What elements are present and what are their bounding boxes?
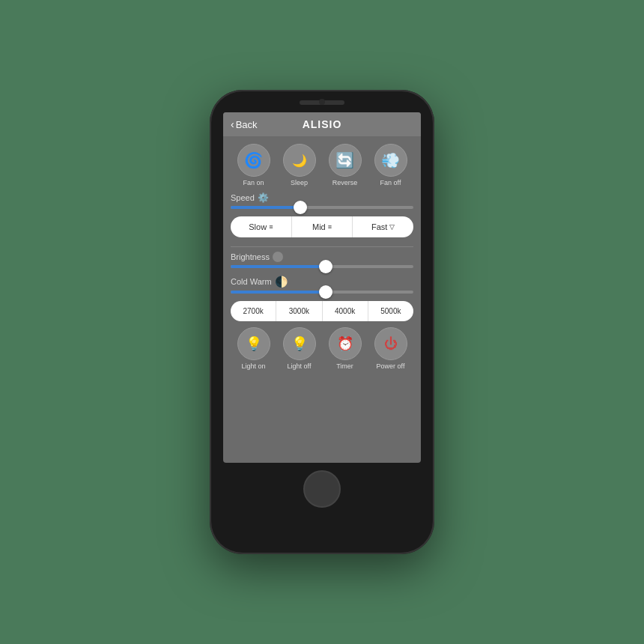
cold-warm-text: Cold Warm <box>231 277 272 286</box>
brightness-text: Brightness <box>231 252 270 261</box>
action-row: 💡 Light on 💡 Light off ⏰ Timer <box>231 327 413 370</box>
fan-on-circle: 🌀 <box>237 144 270 177</box>
phone-camera <box>319 99 325 105</box>
sleep-label: Sleep <box>291 179 308 186</box>
fan-controls-row: 🌀 Fan on 🌙 Sleep 🔄 Reverse <box>231 144 413 186</box>
brightness-slider-fill <box>231 265 326 268</box>
timer-button[interactable]: ⏰ Timer <box>329 327 362 370</box>
speed-label: Speed ⚙️ <box>231 192 413 203</box>
phone-screen: ‹ Back ALISIO 🌀 Fan on 🌙 Sleep <box>223 112 421 463</box>
page-title: ALISIO <box>303 118 342 130</box>
light-on-button[interactable]: 💡 Light on <box>237 327 270 370</box>
cold-warm-slider-fill <box>231 291 326 294</box>
speed-buttons-group: Slow ≡ Mid ≡ Fast ▽ <box>231 216 413 237</box>
speed-slider-track[interactable] <box>231 206 413 209</box>
reverse-icon: 🔄 <box>335 151 354 169</box>
cold-warm-slider-thumb[interactable] <box>319 285 332 299</box>
light-on-icon: 💡 <box>246 335 262 352</box>
fan-off-label: Fan off <box>380 179 401 186</box>
speed-fast-button[interactable]: Fast ▽ <box>353 216 413 237</box>
sleep-circle: 🌙 <box>283 144 316 177</box>
speed-slider-container: Speed ⚙️ <box>231 192 413 209</box>
home-button[interactable] <box>303 470 341 508</box>
temp-2700k-label: 2700k <box>243 307 264 315</box>
temp-2700k-button[interactable]: 2700k <box>231 301 276 321</box>
brightness-icon <box>273 252 283 262</box>
fan-off-circle: 💨 <box>374 144 407 177</box>
power-off-button[interactable]: ⏻ Power off <box>374 327 407 370</box>
brightness-slider-container: Brightness <box>231 252 413 268</box>
temp-5000k-button[interactable]: 5000k <box>368 301 413 321</box>
light-on-label: Light on <box>241 362 265 370</box>
reverse-circle: 🔄 <box>329 144 362 177</box>
speed-slow-label: Slow <box>249 222 267 231</box>
light-off-icon: 💡 <box>291 335 308 352</box>
reverse-button[interactable]: 🔄 Reverse <box>329 144 362 186</box>
power-off-label: Power off <box>377 362 405 370</box>
light-on-circle: 💡 <box>237 327 270 360</box>
speed-mid-button[interactable]: Mid ≡ <box>292 216 353 237</box>
fan-on-icon: 🌀 <box>244 151 263 169</box>
speed-slow-button[interactable]: Slow ≡ <box>231 216 292 237</box>
screen-body: 🌀 Fan on 🌙 Sleep 🔄 Reverse <box>223 136 421 460</box>
reverse-label: Reverse <box>332 179 358 186</box>
speed-slider-thumb[interactable] <box>294 201 307 214</box>
screen-header: ‹ Back ALISIO <box>223 112 421 136</box>
slow-filter-icon: ≡ <box>269 223 273 231</box>
speed-text: Speed <box>231 193 255 202</box>
fan-on-label: Fan on <box>243 179 264 186</box>
speed-mid-label: Mid <box>312 222 326 231</box>
timer-label: Timer <box>336 362 353 370</box>
fan-off-icon: 💨 <box>381 151 400 169</box>
cold-warm-slider-track[interactable] <box>231 291 413 294</box>
fan-on-button[interactable]: 🌀 Fan on <box>237 144 270 186</box>
power-off-circle: ⏻ <box>374 327 407 360</box>
speed-fast-label: Fast <box>371 222 387 231</box>
cold-warm-slider-container: Cold Warm 🌓 <box>231 276 413 294</box>
mid-filter-icon: ≡ <box>328 223 332 231</box>
light-off-button[interactable]: 💡 Light off <box>283 327 316 370</box>
divider-1 <box>231 246 413 247</box>
fast-filter-icon: ▽ <box>389 223 395 231</box>
light-off-circle: 💡 <box>283 327 316 360</box>
back-button[interactable]: ‹ Back <box>231 118 258 130</box>
fan-off-button[interactable]: 💨 Fan off <box>374 144 407 186</box>
speed-slider-fill <box>231 206 300 209</box>
chevron-left-icon: ‹ <box>231 118 234 130</box>
phone-device: ‹ Back ALISIO 🌀 Fan on 🌙 Sleep <box>210 90 434 554</box>
brightness-slider-track[interactable] <box>231 265 413 268</box>
power-off-icon: ⏻ <box>384 336 398 352</box>
light-off-label: Light off <box>288 362 312 370</box>
color-temp-buttons-group: 2700k 3000k 4000k 5000k <box>231 301 413 321</box>
sleep-icon: 🌙 <box>292 154 307 168</box>
timer-circle: ⏰ <box>329 327 362 360</box>
temp-4000k-label: 4000k <box>335 307 355 315</box>
brightness-slider-thumb[interactable] <box>319 260 332 273</box>
timer-icon: ⏰ <box>337 335 353 352</box>
sleep-button[interactable]: 🌙 Sleep <box>283 144 316 186</box>
back-label: Back <box>236 119 258 130</box>
temp-4000k-button[interactable]: 4000k <box>323 301 368 321</box>
temp-5000k-label: 5000k <box>380 307 401 315</box>
temp-3000k-label: 3000k <box>289 307 309 315</box>
temp-3000k-button[interactable]: 3000k <box>276 301 322 321</box>
speed-icon: ⚙️ <box>258 192 269 203</box>
cold-warm-icon: 🌓 <box>275 276 288 288</box>
